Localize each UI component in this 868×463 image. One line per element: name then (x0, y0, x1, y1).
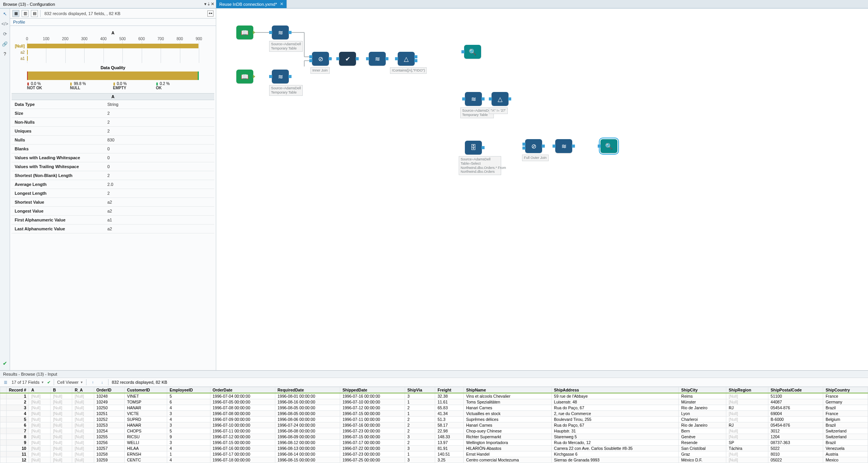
grid-cell[interactable]: 1996-07-23 00:00:00 (340, 451, 405, 457)
grid-cell[interactable]: 08737-363 (768, 440, 823, 446)
grid-cell[interactable]: HANAR (124, 405, 167, 411)
close-icon[interactable]: ✕ (280, 2, 283, 7)
grid-cell[interactable]: VICTE (124, 411, 167, 417)
grid-cell[interactable]: [Null] (29, 451, 50, 457)
grid-cell[interactable]: [Null] (726, 457, 768, 463)
grid-cell[interactable]: [Null] (726, 399, 768, 405)
grid-cell[interactable]: 1996-07-11 00:00:00 (210, 428, 275, 434)
grid-cell[interactable]: 10248 (94, 393, 124, 399)
grid-cell[interactable]: 8 (7, 434, 29, 440)
grid-cell[interactable]: 5 (167, 393, 210, 399)
grid-cell[interactable]: Rio de Janeiro (679, 422, 726, 428)
grid-cell[interactable]: 1996-07-17 00:00:00 (210, 451, 275, 457)
table-row[interactable]: 10[Null][Null][Null]10257HILAA41996-07-1… (0, 446, 868, 451)
grid-cell[interactable]: Centro comercial Moctezuma (464, 457, 552, 463)
add-panel-button[interactable]: +• (207, 10, 214, 17)
link-icon[interactable]: 🔗 (2, 41, 8, 47)
grid-cell[interactable]: CHOPS (124, 428, 167, 434)
close-icon[interactable]: ✕ (211, 2, 214, 7)
grid-cell[interactable]: [Null] (72, 434, 94, 440)
grid-cell[interactable]: Brazil (823, 405, 868, 411)
grid-cell[interactable]: 1996-07-12 00:00:00 (340, 405, 405, 411)
grid-cell[interactable]: 3 (167, 411, 210, 417)
node-stream-1[interactable]: ≋ (272, 26, 289, 39)
grid-cell[interactable]: 1996-07-10 00:00:00 (340, 399, 405, 405)
grid-cell[interactable]: 1996-07-16 00:00:00 (210, 446, 275, 451)
grid-cell[interactable]: [Null] (51, 417, 72, 422)
cell-viewer-dropdown[interactable]: Cell Viewer▼ (57, 380, 83, 385)
grid-cell[interactable]: ERNSH (124, 451, 167, 457)
grid-cell[interactable]: 1996-08-16 00:00:00 (275, 399, 340, 405)
grid-cell[interactable]: 11 (7, 451, 29, 457)
grid-cell[interactable]: 1996-08-15 00:00:00 (275, 457, 340, 463)
grid-header[interactable]: ShipRegion (726, 387, 768, 393)
workflow-canvas[interactable]: 📖 ≋ Source=AdamsDell Temporary Table 📖 ≋… (216, 9, 868, 370)
refresh-icon[interactable]: ⟳ (2, 31, 8, 37)
grid-header[interactable]: ShipAddress (551, 387, 679, 393)
help-icon[interactable]: ? (2, 51, 8, 57)
grid-cell[interactable]: 1996-07-25 00:00:00 (340, 457, 405, 463)
grid-cell[interactable]: Bern (679, 428, 726, 434)
grid-header[interactable]: A (29, 387, 50, 393)
grid-cell[interactable]: 4 (167, 457, 210, 463)
node-browse-1[interactable]: 🔍 (464, 45, 481, 59)
grid-cell[interactable]: Luisenstr. 48 (551, 399, 679, 405)
grid-cell[interactable]: Rua do Paço, 67 (551, 405, 679, 411)
table-row[interactable]: 2[Null][Null][Null]10249TOMSP61996-07-05… (0, 399, 868, 405)
grid-cell[interactable]: [Null] (51, 393, 72, 399)
check-icon[interactable]: ✔ (3, 360, 7, 366)
grid-cell[interactable]: 1996-07-08 00:00:00 (210, 411, 275, 417)
grid-cell[interactable]: Kirchgasse 6 (551, 451, 679, 457)
grid-cell[interactable]: 1996-08-06 00:00:00 (275, 417, 340, 422)
grid-cell[interactable]: Hanari Carnes (464, 405, 552, 411)
table-row[interactable]: 8[Null][Null][Null]10255RICSU91996-07-12… (0, 434, 868, 440)
grid-header[interactable]: R_A (72, 387, 94, 393)
grid-cell[interactable]: 3012 (768, 428, 823, 434)
code-icon[interactable]: </> (2, 21, 8, 27)
grid-cell[interactable]: 4 (7, 411, 29, 417)
table-row[interactable]: 5[Null][Null][Null]10252SUPRD41996-07-09… (0, 417, 868, 422)
grid-cell[interactable]: [Null] (51, 411, 72, 417)
grid-cell[interactable]: Toms Spezialitäten (464, 399, 552, 405)
grid-cell[interactable]: HANAR (124, 422, 167, 428)
grid-cell[interactable]: 1996-07-16 00:00:00 (340, 422, 405, 428)
grid-header[interactable]: ShipPostalCode (768, 387, 823, 393)
grid-cell[interactable]: [Null] (29, 422, 50, 428)
grid-cell[interactable]: 41.34 (435, 411, 464, 417)
grid-cell[interactable]: HILAA (124, 446, 167, 451)
grid-cell[interactable]: [Null] (29, 446, 50, 451)
grid-cell[interactable]: 9 (7, 440, 29, 446)
grid-cell[interactable]: Mexico (823, 457, 868, 463)
grid-header[interactable]: B (51, 387, 72, 393)
grid-cell[interactable]: [Null] (72, 457, 94, 463)
view-split-icon[interactable]: ▤ (31, 10, 38, 17)
grid-cell[interactable]: 65.83 (435, 405, 464, 411)
grid-header[interactable]: Record # (7, 387, 29, 393)
profile-tab[interactable]: Profile (10, 19, 216, 26)
grid-cell[interactable]: [Null] (29, 457, 50, 463)
grid-cell[interactable]: [Null] (29, 417, 50, 422)
grid-cell[interactable]: 3.25 (435, 457, 464, 463)
grid-cell[interactable]: [Null] (726, 428, 768, 434)
grid-cell[interactable]: France (823, 393, 868, 399)
grid-cell[interactable]: 81.91 (435, 446, 464, 451)
grid-cell[interactable]: 1996-07-11 00:00:00 (340, 417, 405, 422)
grid-cell[interactable]: Táchira (726, 446, 768, 451)
grid-cell[interactable]: 1996-07-09 00:00:00 (210, 417, 275, 422)
table-row[interactable]: 6[Null][Null][Null]10253HANAR31996-07-10… (0, 422, 868, 428)
grid-cell[interactable]: 05454-876 (768, 405, 823, 411)
grid-cell[interactable]: 10 (7, 446, 29, 451)
grid-cell[interactable]: Charleroi (679, 417, 726, 422)
node-formula[interactable]: △ (492, 92, 509, 106)
table-row[interactable]: 4[Null][Null][Null]10251VICTE31996-07-08… (0, 411, 868, 417)
grid-cell[interactable]: [Null] (72, 399, 94, 405)
grid-cell[interactable]: [Null] (29, 434, 50, 440)
grid-header[interactable]: RequiredDate (275, 387, 340, 393)
node-join-inner[interactable]: ⊘ (312, 52, 329, 66)
grid-cell[interactable]: RICSU (124, 434, 167, 440)
grid-cell[interactable]: 6 (7, 422, 29, 428)
grid-cell[interactable]: 2 (405, 428, 435, 434)
grid-cell[interactable]: Graz (679, 451, 726, 457)
grid-cell[interactable]: 1996-07-16 00:00:00 (340, 393, 405, 399)
grid-cell[interactable]: [Null] (726, 393, 768, 399)
